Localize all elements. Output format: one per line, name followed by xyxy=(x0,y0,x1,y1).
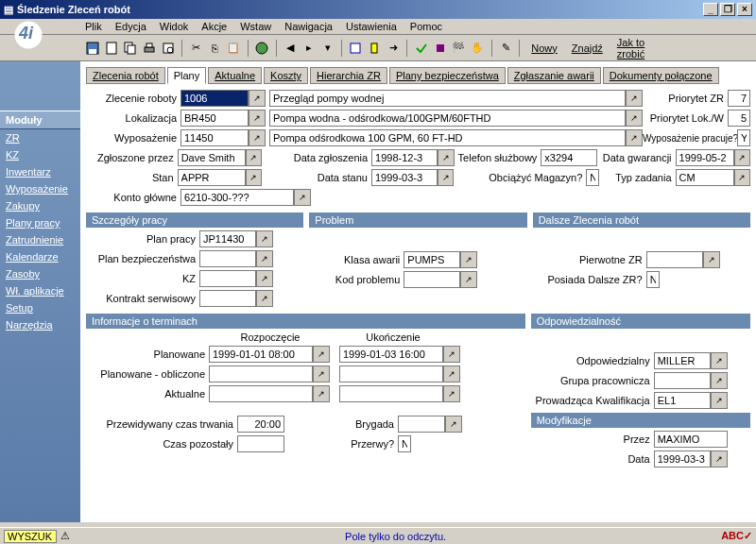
przez-input[interactable] xyxy=(654,431,728,448)
data-zgl-lookup-icon[interactable]: ↗ xyxy=(438,149,454,166)
telefon-input[interactable] xyxy=(541,149,597,166)
tab-zlecenia[interactable]: Zlecenia robót xyxy=(86,67,165,84)
priorytet-lok-input[interactable] xyxy=(728,110,750,127)
typ-zad-lookup-icon[interactable]: ↗ xyxy=(734,169,750,186)
kontrakt-input[interactable] xyxy=(199,290,256,307)
minimize-button[interactable]: _ xyxy=(703,3,718,16)
paste-icon[interactable]: 📋 xyxy=(226,39,242,58)
mod-data-lookup-icon[interactable]: ↗ xyxy=(711,450,728,468)
sidebar-item-narzedzia[interactable]: Narzędzia xyxy=(0,316,80,333)
sidebar-item-plany[interactable]: Plany pracy xyxy=(0,214,80,231)
grupa-input[interactable] xyxy=(654,372,711,389)
menu-pomoc[interactable]: Pomoc xyxy=(410,21,442,32)
goto-icon[interactable]: ➜ xyxy=(386,39,402,58)
menu-ustawienia[interactable]: Ustawienia xyxy=(346,21,397,32)
sidebar-item-aplikacje[interactable]: Wł. aplikacje xyxy=(0,282,80,299)
aktualne-ukon-lookup-icon[interactable]: ↗ xyxy=(443,385,460,402)
zlecenie-desc-lookup-icon[interactable]: ↗ xyxy=(626,90,643,107)
aktualne-ukon-input[interactable] xyxy=(339,385,443,402)
klasa-lookup-icon[interactable]: ↗ xyxy=(460,251,477,268)
close-button[interactable]: × xyxy=(737,3,752,16)
wyposazenie-input[interactable] xyxy=(180,129,249,146)
print-icon[interactable] xyxy=(142,39,158,58)
planowane-ukon-input[interactable] xyxy=(339,346,443,363)
lokalizacja-lookup-icon[interactable]: ↗ xyxy=(249,110,266,127)
planowane-ukon-lookup-icon[interactable]: ↗ xyxy=(443,346,460,363)
nav-first-icon[interactable]: ◀ xyxy=(282,39,298,58)
zlecenie-desc-input[interactable] xyxy=(269,90,626,107)
plan-input[interactable] xyxy=(199,230,256,247)
odp-lookup-icon[interactable]: ↗ xyxy=(711,352,728,369)
odp-input[interactable] xyxy=(654,352,711,369)
kz-input[interactable] xyxy=(199,270,256,287)
toolbar-znajdz[interactable]: Znajdź xyxy=(572,42,603,54)
planowane-rozp-input[interactable] xyxy=(209,346,313,363)
posiada-input[interactable] xyxy=(646,271,660,288)
klasa-input[interactable] xyxy=(404,251,460,268)
konto-input[interactable] xyxy=(180,189,294,206)
preview-icon[interactable] xyxy=(161,39,177,58)
zgloszone-lookup-icon[interactable]: ↗ xyxy=(246,149,262,166)
planowane-rozp-lookup-icon[interactable]: ↗ xyxy=(313,346,330,363)
menu-edycja[interactable]: Edycja xyxy=(115,21,146,32)
kod-input[interactable] xyxy=(404,271,460,288)
tab-dokumenty[interactable]: Dokumenty połączone xyxy=(603,67,719,84)
typ-zad-input[interactable] xyxy=(676,169,734,186)
copy2-icon[interactable]: ⎘ xyxy=(207,39,223,58)
sidebar-item-zakupy[interactable]: Zakupy xyxy=(0,197,80,214)
tab-awarii[interactable]: Zgłaszanie awarii xyxy=(507,67,601,84)
wyp-pracuje-input[interactable] xyxy=(737,129,750,146)
sidebar-item-kalendarze[interactable]: Kalendarze xyxy=(0,248,80,265)
grupa-lookup-icon[interactable]: ↗ xyxy=(711,372,728,389)
pierwotne-lookup-icon[interactable]: ↗ xyxy=(703,251,720,268)
edit-icon[interactable]: ✎ xyxy=(498,39,514,58)
mod-data-input[interactable] xyxy=(654,450,711,468)
sidebar-item-zr[interactable]: ZR xyxy=(0,129,80,146)
wyposazenie-lookup-icon[interactable]: ↗ xyxy=(249,129,266,146)
lokalizacja-desc-input[interactable] xyxy=(269,110,626,127)
cut-icon[interactable]: ✂ xyxy=(188,39,204,58)
sidebar-item-zasoby[interactable]: Zasoby xyxy=(0,265,80,282)
nav-prev-icon[interactable]: ▸ xyxy=(301,39,317,58)
maximize-button[interactable]: ❐ xyxy=(720,3,735,16)
plan-lookup-icon[interactable]: ↗ xyxy=(256,230,273,247)
lokalizacja-input[interactable] xyxy=(180,110,249,127)
menu-wstaw[interactable]: Wstaw xyxy=(240,21,271,32)
copy-icon[interactable] xyxy=(123,39,139,58)
zgloszone-input[interactable] xyxy=(178,149,246,166)
priorytet-zr-input[interactable] xyxy=(728,90,750,107)
spellcheck-icon[interactable]: ABC✓ xyxy=(721,530,752,542)
data-stanu-lookup-icon[interactable]: ↗ xyxy=(438,169,454,186)
data-stanu-input[interactable] xyxy=(371,169,438,186)
przerwy-input[interactable] xyxy=(398,435,411,452)
bookmark-icon[interactable] xyxy=(367,39,383,58)
zlecenie-lookup-icon[interactable]: ↗ xyxy=(249,90,266,107)
menu-nawigacja[interactable]: Nawigacja xyxy=(284,21,333,32)
obciazyc-input[interactable] xyxy=(586,169,599,186)
tab-aktualne[interactable]: Aktualne xyxy=(208,67,262,84)
konto-lookup-icon[interactable]: ↗ xyxy=(294,189,311,206)
obliczone-rozp-input[interactable] xyxy=(209,366,313,382)
brygada-lookup-icon[interactable]: ↗ xyxy=(445,416,462,433)
bezp-input[interactable] xyxy=(199,250,256,267)
sidebar-item-kz[interactable]: KZ xyxy=(0,146,80,163)
sidebar-item-setup[interactable]: Setup xyxy=(0,299,80,316)
pozost-input[interactable] xyxy=(237,435,284,452)
save-icon[interactable] xyxy=(85,39,101,58)
globe-icon[interactable] xyxy=(254,39,270,58)
data-gw-input[interactable] xyxy=(676,149,734,166)
data-gw-lookup-icon[interactable]: ↗ xyxy=(734,149,750,166)
pierwotne-input[interactable] xyxy=(646,251,703,268)
kontrakt-lookup-icon[interactable]: ↗ xyxy=(256,290,273,307)
lokalizacja-desc-lookup-icon[interactable]: ↗ xyxy=(626,110,643,127)
aktualne-rozp-input[interactable] xyxy=(209,385,313,402)
sidebar-item-wyposazenie[interactable]: Wyposażenie xyxy=(0,180,80,197)
data-zgl-input[interactable] xyxy=(371,149,438,166)
toolbar-jak[interactable]: Jak to zrobić xyxy=(617,37,665,60)
kwal-lookup-icon[interactable]: ↗ xyxy=(711,392,728,409)
aktualne-rozp-lookup-icon[interactable]: ↗ xyxy=(313,385,330,402)
menu-plik[interactable]: Plik xyxy=(85,21,102,32)
toolbar-nowy[interactable]: Nowy xyxy=(531,42,558,54)
tab-plany[interactable]: Plany xyxy=(167,67,207,84)
wyposazenie-desc-lookup-icon[interactable]: ↗ xyxy=(626,129,643,146)
